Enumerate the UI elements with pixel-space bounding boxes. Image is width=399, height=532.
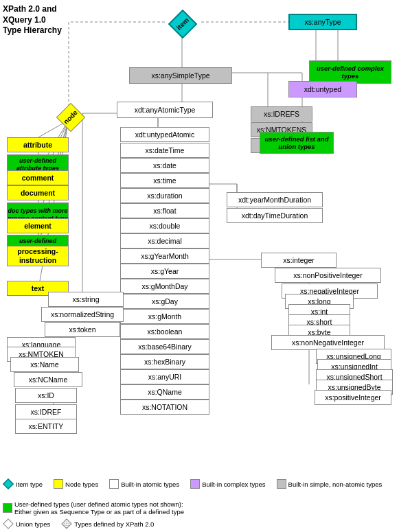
anysimpletype-node: xs:anySimpleType: [129, 67, 232, 84]
legend-builtin-simple: Built-in simple, non-atomic types: [277, 478, 383, 489]
legend-green-box: [3, 503, 12, 513]
legend-cyan-diamond: [3, 478, 14, 489]
float-node: xs:float: [120, 203, 209, 218]
yearmonth-duration-node: xdt:yearMonthDuration: [227, 192, 323, 207]
name-node: xs:Name: [10, 357, 79, 372]
daytime-duration-node: xdt:dayTimeDuration: [227, 208, 323, 223]
qname-node: xs:QName: [120, 384, 209, 400]
legend: Item type Node types Built-in atomic typ…: [3, 478, 399, 529]
page-title: XPath 2.0 and XQuery 1.0 Type Hierarchy: [3, 4, 62, 36]
double-node: xs:double: [120, 218, 209, 233]
svg-rect-60: [62, 519, 71, 529]
gyearmonth-node: xs:gYearMonth: [120, 248, 209, 264]
string-node: xs:string: [48, 292, 124, 307]
decimal-node: xs:decimal: [120, 233, 209, 248]
legend-user-defined: User-defined types (user defined atomic …: [3, 500, 195, 516]
node-node: node: [55, 102, 87, 133]
legend-xpath-types: Types defined by XPath 2.0: [61, 518, 154, 529]
idref-node: xs:IDREF: [15, 404, 77, 419]
anyuri-node: xs:anyURI: [120, 369, 209, 384]
legend-union-types: Union types: [3, 518, 50, 529]
legend-purple-box: [190, 479, 200, 489]
gyear-node: xs:gYear: [120, 264, 209, 279]
duration-node: xs:duration: [120, 188, 209, 203]
legend-hatched-diamond: [61, 518, 72, 529]
legend-white-box: [109, 479, 119, 489]
boolean-node: xs:boolean: [120, 324, 209, 339]
legend-gray-box: [277, 479, 286, 489]
svg-rect-59: [3, 519, 13, 529]
base64binary-node: xs:base64Binary: [120, 339, 209, 354]
time-node: xs:time: [120, 173, 209, 188]
legend-item-type: Item type: [3, 478, 43, 489]
normalizedstring-node: xs:normalizedString: [41, 307, 124, 322]
hexbinary-node: xs:hexBinary: [120, 354, 209, 369]
anyatomictype-node: xdt:anyAtomicType: [117, 102, 213, 118]
comment-node: comment: [7, 170, 69, 185]
main-container: XPath 2.0 and XQuery 1.0 Type Hierarchy: [0, 0, 399, 532]
untypedatomic-node: xdt:untypedAtomic: [120, 127, 209, 142]
idrefs-node: xs:IDREFS: [251, 106, 312, 122]
entity-node: xs:ENTITY: [15, 419, 77, 434]
gmonth-node: xs:gMonth: [120, 309, 209, 324]
document-node: document: [7, 185, 69, 200]
user-defined-list-union-node: user-defined list and union types: [260, 132, 334, 154]
untyped-node: xdt:untyped: [288, 81, 357, 97]
svg-rect-58: [3, 479, 13, 489]
legend-node-type: Node types: [54, 478, 98, 489]
id-node: xs:ID: [15, 388, 77, 403]
datetime-node: xs:dateTime: [120, 143, 209, 158]
gday-node: xs:gDay: [120, 294, 209, 309]
item-node: item: [167, 8, 198, 40]
legend-builtin-atomic: Built-in atomic types: [109, 478, 179, 489]
nonpositive-node: xs:nonPositiveInteger: [275, 268, 381, 283]
legend-yellow-box: [54, 479, 63, 489]
integer-node: xs:integer: [261, 253, 337, 268]
token-node: xs:token: [45, 322, 120, 337]
positiveinteger-node: xs:positiveInteger: [315, 390, 391, 405]
legend-plain-diamond: [3, 518, 14, 529]
gmonthday-node: xs:gMonthDay: [120, 279, 209, 294]
element-node: element: [7, 218, 69, 233]
processing-instruction-node: processing- instruction: [7, 246, 69, 266]
attribute-node: attribute: [7, 137, 69, 152]
user-defined-complex-types-node: user-defined complex types: [309, 60, 391, 84]
date-node: xs:date: [120, 158, 209, 173]
legend-builtin-complex: Built-in complex types: [190, 478, 265, 489]
nonnegative-node: xs:nonNegativeInteger: [271, 335, 385, 350]
ncname-node: xs:NCName: [14, 372, 82, 387]
anytype-node: xs:anyType: [288, 14, 357, 30]
notation-node: xs:NOTATION: [120, 400, 209, 415]
